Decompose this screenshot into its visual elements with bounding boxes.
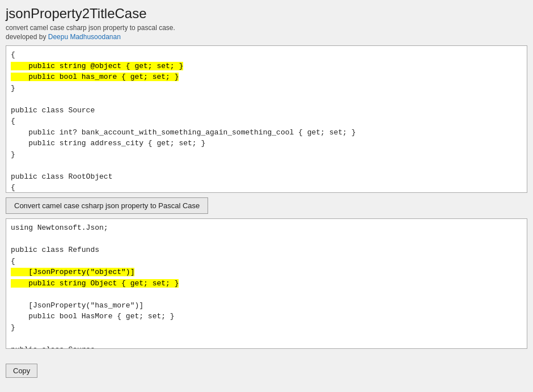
output-code-area[interactable]: using Newtonsoft.Json; public class Refu…: [6, 218, 527, 349]
author-prefix: developed by: [6, 33, 48, 41]
subtitle: convert camel case csharp json property …: [6, 24, 527, 32]
author-line: developed by Deepu Madhusoodanan: [6, 33, 527, 41]
author-link[interactable]: Deepu Madhusoodanan: [48, 33, 121, 41]
input-code-area[interactable]: { public string @object { get; set; } pu…: [6, 45, 527, 193]
copy-button[interactable]: Copy: [6, 364, 37, 378]
page-title: jsonProperty2TitleCase: [6, 6, 527, 22]
convert-button[interactable]: Convert camel case csharp json property …: [6, 197, 208, 214]
